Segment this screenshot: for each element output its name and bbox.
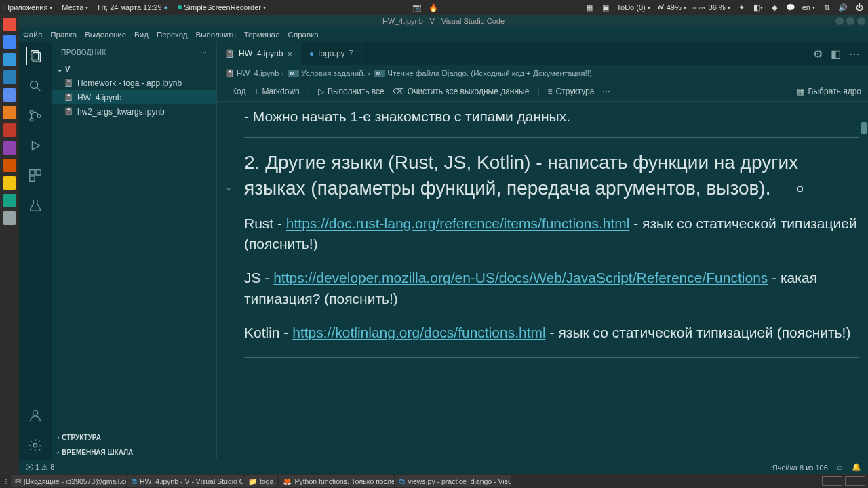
launcher-app[interactable] xyxy=(3,176,16,190)
applications-menu[interactable]: Приложения▾ xyxy=(4,3,52,12)
timeline-section[interactable]: ›ВРЕМЕННАЯ ШКАЛА xyxy=(52,445,216,460)
launcher-app[interactable] xyxy=(3,106,16,119)
tab-toga[interactable]: ● toga.py 7 xyxy=(301,42,362,65)
launcher-app[interactable] xyxy=(3,141,16,155)
settings-icon[interactable] xyxy=(26,436,44,454)
tab-hw4[interactable]: 📓 HW_4.ipynb × xyxy=(217,42,301,65)
search-icon[interactable] xyxy=(26,77,44,95)
extensions-icon[interactable] xyxy=(26,167,44,184)
launcher-app[interactable] xyxy=(3,70,16,84)
tray-icon[interactable]: ▣ xyxy=(601,3,610,12)
launcher-app[interactable] xyxy=(3,35,16,49)
more-icon[interactable]: ⋯ xyxy=(602,87,610,96)
file-item[interactable]: 📓Homework - toga - app.ipynb xyxy=(52,76,216,90)
launcher-app[interactable] xyxy=(3,123,16,137)
power-icon[interactable]: ⏻ xyxy=(854,3,864,12)
add-markdown-button[interactable]: + Markdown xyxy=(254,87,299,96)
screen-recorder-indicator[interactable]: SimpleScreenRecorder▾ xyxy=(178,3,266,12)
markdown-text: Kotlin - https://kotlinlang.org/docs/fun… xyxy=(244,323,859,343)
menu-view[interactable]: Вид xyxy=(134,30,149,39)
launcher-app[interactable] xyxy=(3,18,16,31)
datetime[interactable]: Пт, 24 марта 12:29 ● xyxy=(98,3,168,12)
launcher-app[interactable] xyxy=(3,159,16,172)
cell-position[interactable]: Ячейка 8 из 106 xyxy=(772,464,828,472)
maximize-button[interactable] xyxy=(846,17,854,25)
svg-point-5 xyxy=(30,118,33,121)
menu-terminal[interactable]: Терминал xyxy=(244,30,280,39)
testing-icon[interactable] xyxy=(26,197,44,214)
select-kernel-button[interactable]: ▦ Выбрать ядро xyxy=(797,87,861,96)
places-menu[interactable]: Места▾ xyxy=(62,3,88,12)
chat-icon[interactable]: 💬 xyxy=(786,3,795,12)
clear-outputs-button[interactable]: ⌫ Очистить все выходные данные xyxy=(393,87,530,96)
account-icon[interactable] xyxy=(26,407,44,424)
taskbar-item[interactable]: ✉ [Входящие - id290573@gmail.co... xyxy=(11,475,126,487)
more-icon[interactable]: ⋯ xyxy=(200,49,208,56)
collapse-cell-icon[interactable]: ⌄ xyxy=(225,183,232,192)
notebook-content[interactable]: ⌄ - Можно начать 1-е знакомство с типами… xyxy=(217,102,868,460)
launcher-app[interactable] xyxy=(3,211,16,225)
svg-rect-8 xyxy=(30,170,35,175)
split-editor-icon[interactable]: ◧ xyxy=(831,47,841,60)
scrollbar[interactable] xyxy=(860,102,868,460)
menu-help[interactable]: Справка xyxy=(288,30,319,39)
volume-icon[interactable]: 🔊 xyxy=(838,3,848,12)
tray-icon[interactable]: ▦ xyxy=(585,3,594,12)
battery-1[interactable]: 🗲 49%▾ xyxy=(657,3,686,12)
workspace-switcher[interactable] xyxy=(822,476,842,486)
python-icon: ● xyxy=(309,49,314,58)
flame-icon[interactable]: 🔥 xyxy=(429,3,438,12)
taskbar-item[interactable]: 📁 toga xyxy=(244,475,277,487)
more-actions-icon[interactable]: ⋯ xyxy=(849,47,860,60)
taskbar: ✉ [Входящие - id290573@gmail.co... ⧉ HW_… xyxy=(0,474,868,488)
file-item[interactable]: 📓hw2_args_kwargs.ipynb xyxy=(52,104,216,119)
menu-selection[interactable]: Выделение xyxy=(85,30,126,39)
cursor-indicator xyxy=(797,186,803,192)
launcher-app[interactable] xyxy=(3,194,16,207)
taskbar-item[interactable]: ⧉ HW_4.ipynb - V - Visual Studio C... xyxy=(127,475,243,487)
menu-file[interactable]: Файл xyxy=(23,30,42,39)
kotlin-link[interactable]: https://kotlinlang.org/docs/functions.ht… xyxy=(292,325,546,340)
dropbox-icon[interactable]: ◆ xyxy=(770,3,779,12)
markdown-text: Rust - https://doc.rust-lang.org/referen… xyxy=(244,214,859,255)
explorer-header: ПРОВОДНИК ⋯ xyxy=(52,42,216,62)
launcher-app[interactable] xyxy=(3,88,16,102)
menu-edit[interactable]: Правка xyxy=(50,30,77,39)
network-icon[interactable]: ⇅ xyxy=(822,3,831,12)
folder-root[interactable]: ⌄V xyxy=(52,62,216,76)
outline-section[interactable]: ›СТРУКТУРА xyxy=(52,430,216,445)
source-control-icon[interactable] xyxy=(26,107,44,125)
todo-indicator[interactable]: ToDo (0)▾ xyxy=(617,3,650,12)
run-all-button[interactable]: ▷ Выполнить все xyxy=(318,87,384,96)
camera-icon[interactable]: 📷 xyxy=(412,3,422,12)
extension-icon[interactable]: ✦ xyxy=(737,3,747,12)
explorer-icon[interactable] xyxy=(26,47,43,65)
problems-indicator[interactable]: ⓧ 1 ⚠ 8 xyxy=(26,462,54,472)
outline-button[interactable]: ≡ Структура xyxy=(548,87,595,96)
notifications-icon[interactable]: 🔔 xyxy=(852,463,861,472)
file-item[interactable]: 📓HW_4.ipynb xyxy=(52,90,216,104)
taskbar-item[interactable]: ⧉ views.py - practice_django - Visua... xyxy=(395,475,511,487)
breadcrumb[interactable]: 📓HW_4.ipynb › M↓Условия заданий. › M↓Чте… xyxy=(217,65,868,81)
feedback-icon[interactable]: ☺ xyxy=(836,464,844,472)
svg-point-11 xyxy=(33,411,37,415)
battery-2[interactable]: полн. 36 %▾ xyxy=(693,3,730,12)
notebook-icon: 📓 xyxy=(225,69,235,78)
run-settings-icon[interactable]: ⚙ xyxy=(813,47,823,60)
menu-go[interactable]: Переход xyxy=(157,30,188,39)
divider xyxy=(244,357,859,358)
minimize-button[interactable] xyxy=(835,17,844,25)
close-tab-icon[interactable]: × xyxy=(287,49,292,59)
notebook-toolbar: + Код + Markdown | ▷ Выполнить все ⌫ Очи… xyxy=(217,81,868,102)
rust-link[interactable]: https://doc.rust-lang.org/reference/item… xyxy=(286,216,630,231)
debug-icon[interactable] xyxy=(26,137,44,155)
js-link[interactable]: https://developer.mozilla.org/en-US/docs… xyxy=(273,270,768,285)
keyboard-layout[interactable]: en▾ xyxy=(802,3,815,12)
workspace-switcher[interactable] xyxy=(845,476,865,486)
taskbar-item[interactable]: 🦊 Python functions. Только после эт... xyxy=(279,475,394,487)
add-code-button[interactable]: + Код xyxy=(224,87,245,96)
launcher-app[interactable] xyxy=(3,53,16,66)
window-icon[interactable]: ◧▾ xyxy=(753,3,763,12)
menu-run[interactable]: Выполнить xyxy=(196,30,236,39)
close-button[interactable] xyxy=(857,17,865,25)
